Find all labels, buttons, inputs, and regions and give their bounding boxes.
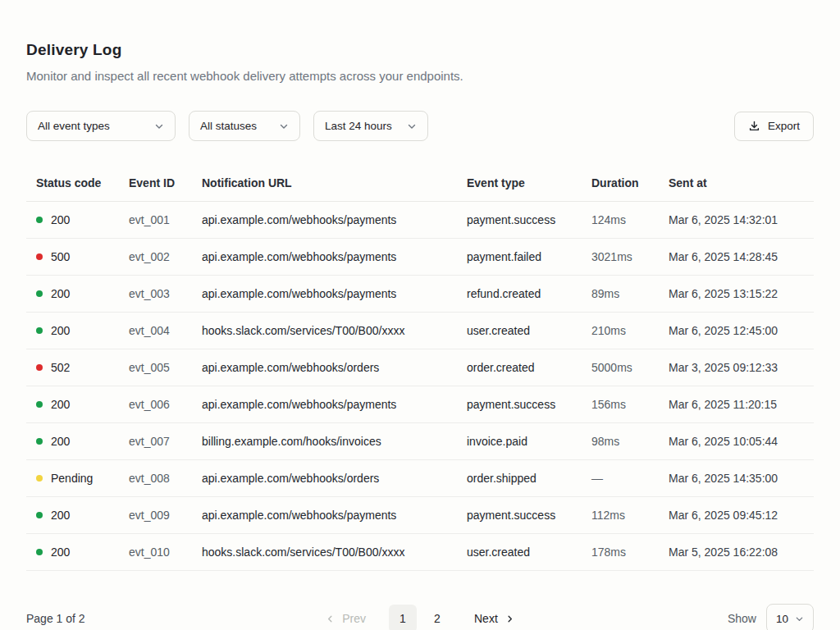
filter-bar: All event types All statuses Last 24 hou… (26, 111, 814, 141)
status-code-cell: 200 (36, 509, 129, 522)
event-id-cell: evt_009 (129, 509, 202, 522)
chevron-left-icon (326, 614, 335, 623)
event-type-cell: payment.success (467, 213, 591, 226)
duration-cell: — (591, 472, 669, 485)
chevron-down-icon (795, 614, 804, 623)
time-range-filter[interactable]: Last 24 hours (313, 111, 428, 141)
event-id-cell: evt_002 (129, 250, 202, 263)
status-code-value: 200 (51, 398, 70, 411)
duration-cell: 5000ms (591, 361, 669, 374)
duration-cell: 210ms (591, 324, 669, 337)
page-button-2[interactable]: 2 (423, 605, 451, 630)
sent-at-cell: Mar 6, 2025 14:32:01 (669, 213, 814, 226)
table-row[interactable]: 200 evt_006 api.example.com/webhooks/pay… (26, 386, 814, 423)
status-dot-icon (36, 401, 43, 408)
status-code-value: Pending (51, 472, 93, 485)
export-button[interactable]: Export (734, 112, 814, 141)
event-type-cell: user.created (467, 324, 591, 337)
event-type-cell: user.created (467, 546, 591, 559)
status-code-cell: 502 (36, 361, 129, 374)
table-row[interactable]: Pending evt_008 api.example.com/webhooks… (26, 460, 814, 497)
next-label: Next (474, 612, 498, 625)
duration-cell: 112ms (591, 509, 669, 522)
table-row[interactable]: 200 evt_009 api.example.com/webhooks/pay… (26, 497, 814, 534)
event-id-cell: evt_004 (129, 324, 202, 337)
table-body: 200 evt_001 api.example.com/webhooks/pay… (26, 202, 814, 571)
status-code-value: 502 (51, 361, 70, 374)
status-code-cell: 500 (36, 250, 129, 263)
table-row[interactable]: 200 evt_004 hooks.slack.com/services/T00… (26, 313, 814, 349)
column-header-event-id: Event ID (129, 176, 202, 189)
duration-cell: 89ms (591, 287, 669, 300)
page-subtitle: Monitor and inspect all recent webhook d… (26, 69, 814, 83)
duration-cell: 156ms (591, 398, 669, 411)
page-button-1[interactable]: 1 (389, 605, 417, 630)
status-dot-icon (36, 438, 43, 445)
url-cell: api.example.com/webhooks/payments (202, 398, 467, 411)
page-summary: Page 1 of 2 (26, 612, 319, 625)
sent-at-cell: Mar 6, 2025 14:35:00 (669, 472, 814, 485)
chevron-down-icon (279, 121, 289, 131)
pagination-controls: Prev 1 2 Next (319, 605, 521, 630)
duration-cell: 98ms (591, 435, 669, 448)
status-code-cell: 200 (36, 213, 129, 226)
event-type-filter-value: All event types (38, 120, 110, 132)
table-row[interactable]: 200 evt_007 billing.example.com/hooks/in… (26, 423, 814, 460)
sent-at-cell: Mar 6, 2025 14:28:45 (669, 250, 814, 263)
url-cell: api.example.com/webhooks/orders (202, 361, 467, 374)
column-header-url: Notification URL (202, 176, 467, 189)
url-cell: hooks.slack.com/services/T00/B00/xxxx (202, 324, 467, 337)
status-code-value: 200 (51, 287, 70, 300)
event-type-cell: invoice.paid (467, 435, 591, 448)
event-type-cell: order.created (467, 361, 591, 374)
event-id-cell: evt_005 (129, 361, 202, 374)
event-id-cell: evt_008 (129, 472, 202, 485)
pagination-bar: Page 1 of 2 Prev 1 2 Next Show 10 (26, 604, 814, 630)
duration-cell: 178ms (591, 546, 669, 559)
download-icon (748, 120, 760, 132)
event-type-filter[interactable]: All event types (26, 111, 176, 141)
page-size-value: 10 (776, 613, 788, 625)
status-code-value: 200 (51, 546, 70, 559)
status-code-value: 200 (51, 213, 70, 226)
status-filter[interactable]: All statuses (189, 111, 300, 141)
prev-page-button[interactable]: Prev (319, 607, 372, 630)
table-row[interactable]: 200 evt_003 api.example.com/webhooks/pay… (26, 276, 814, 313)
duration-cell: 124ms (591, 213, 669, 226)
status-code-cell: 200 (36, 287, 129, 300)
status-code-value: 200 (51, 324, 70, 337)
column-header-duration: Duration (591, 176, 669, 189)
url-cell: api.example.com/webhooks/payments (202, 287, 467, 300)
sent-at-cell: Mar 6, 2025 09:45:12 (669, 509, 814, 522)
status-code-value: 500 (51, 250, 70, 263)
event-id-cell: evt_006 (129, 398, 202, 411)
show-label: Show (728, 612, 756, 625)
sent-at-cell: Mar 5, 2025 16:22:08 (669, 546, 814, 559)
status-dot-icon (36, 253, 43, 260)
table-row[interactable]: 200 evt_001 api.example.com/webhooks/pay… (26, 202, 814, 239)
table-row[interactable]: 500 evt_002 api.example.com/webhooks/pay… (26, 239, 814, 276)
page-size-select[interactable]: 10 (766, 604, 814, 630)
url-cell: hooks.slack.com/services/T00/B00/xxxx (202, 546, 467, 559)
status-code-cell: 200 (36, 435, 129, 448)
event-id-cell: evt_010 (129, 546, 202, 559)
status-dot-icon (36, 512, 43, 518)
url-cell: api.example.com/webhooks/payments (202, 250, 467, 263)
time-range-filter-value: Last 24 hours (325, 120, 392, 132)
column-header-sent-at: Sent at (669, 176, 814, 189)
chevron-right-icon (505, 614, 514, 623)
next-page-button[interactable]: Next (468, 607, 521, 630)
sent-at-cell: Mar 6, 2025 12:45:00 (669, 324, 814, 337)
column-header-event-type: Event type (467, 176, 591, 189)
status-dot-icon (36, 549, 43, 555)
delivery-log-table: Status code Event ID Notification URL Ev… (26, 165, 814, 571)
table-row[interactable]: 200 evt_010 hooks.slack.com/services/T00… (26, 534, 814, 571)
table-row[interactable]: 502 evt_005 api.example.com/webhooks/ord… (26, 349, 814, 386)
export-button-label: Export (768, 120, 800, 132)
sent-at-cell: Mar 6, 2025 13:15:22 (669, 287, 814, 300)
page-title: Delivery Log (26, 41, 814, 59)
delivery-log-page: Delivery Log Monitor and inspect all rec… (0, 0, 840, 630)
sent-at-cell: Mar 6, 2025 10:05:44 (669, 435, 814, 448)
url-cell: api.example.com/webhooks/payments (202, 213, 467, 226)
status-code-value: 200 (51, 435, 70, 448)
